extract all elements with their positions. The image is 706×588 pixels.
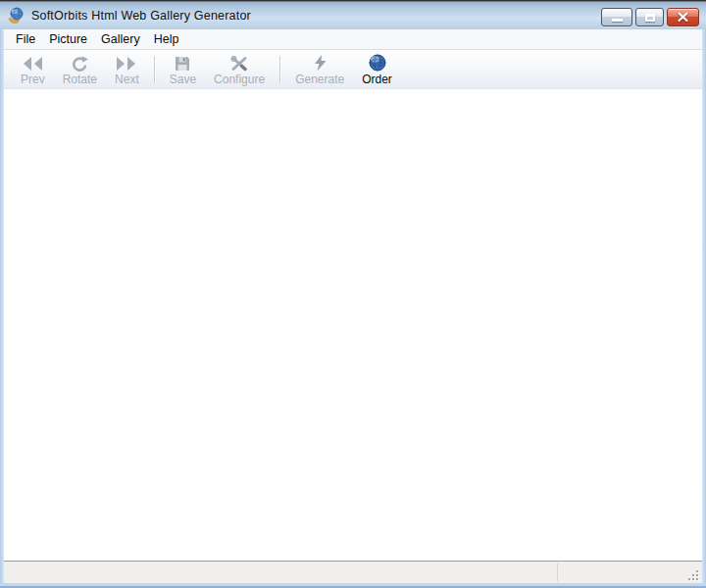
menu-item-file[interactable]: File: [9, 30, 42, 48]
toolbar-button-label: Rotate: [63, 74, 97, 85]
menu-item-picture[interactable]: Picture: [42, 30, 94, 48]
toolbar-separator: [279, 56, 280, 83]
next-icon: [116, 54, 137, 72]
save-icon: [175, 54, 190, 72]
toolbar-button-label: Next: [115, 74, 139, 85]
window-controls: [601, 8, 699, 26]
titlebar[interactable]: SoftOrbits Html Web Gallery Generator: [0, 0, 706, 29]
rotate-icon: [71, 54, 88, 72]
resize-grip-icon[interactable]: [687, 568, 700, 581]
prev-icon: [22, 54, 43, 72]
toolbar-button-configure[interactable]: Configure: [205, 53, 274, 86]
window-title: SoftOrbits Html Web Gallery Generator: [31, 9, 251, 23]
close-button[interactable]: [667, 8, 699, 26]
toolbar-button-order[interactable]: Order: [353, 53, 401, 86]
close-icon: [677, 9, 689, 26]
statusbar-separator: [557, 564, 558, 581]
toolbar-button-label: Save: [170, 74, 196, 85]
toolbar-button-prev[interactable]: Prev: [12, 53, 54, 86]
toolbar-button-next[interactable]: Next: [106, 53, 148, 86]
app-window: SoftOrbits Html Web Gallery Generator: [0, 0, 706, 588]
toolbar-separator: [154, 56, 155, 83]
configure-icon: [230, 54, 248, 72]
app-icon: [8, 7, 25, 24]
menubar: File Picture Gallery Help: [4, 29, 702, 50]
toolbar-button-save[interactable]: Save: [161, 53, 205, 86]
window-border-right: [702, 29, 706, 583]
maximize-icon: [645, 14, 655, 22]
menu-item-help[interactable]: Help: [147, 30, 186, 48]
statusbar: [4, 561, 702, 583]
window-border-bottom: [0, 583, 706, 588]
toolbar-button-generate[interactable]: Generate: [286, 53, 353, 86]
gallery-content-area[interactable]: [4, 89, 702, 561]
toolbar: Prev Rotate: [4, 50, 702, 89]
client-area: File Picture Gallery Help Prev: [4, 29, 702, 583]
generate-icon: [313, 54, 328, 72]
order-globe-icon: [369, 54, 386, 72]
minimize-icon: [612, 19, 623, 22]
toolbar-button-label: Configure: [214, 74, 265, 85]
toolbar-button-label: Prev: [21, 74, 45, 85]
minimize-button[interactable]: [601, 8, 632, 26]
menu-item-gallery[interactable]: Gallery: [94, 30, 147, 48]
toolbar-button-label: Order: [362, 74, 392, 85]
toolbar-button-label: Generate: [295, 74, 344, 85]
maximize-button[interactable]: [635, 8, 664, 26]
toolbar-button-rotate[interactable]: Rotate: [54, 53, 106, 86]
